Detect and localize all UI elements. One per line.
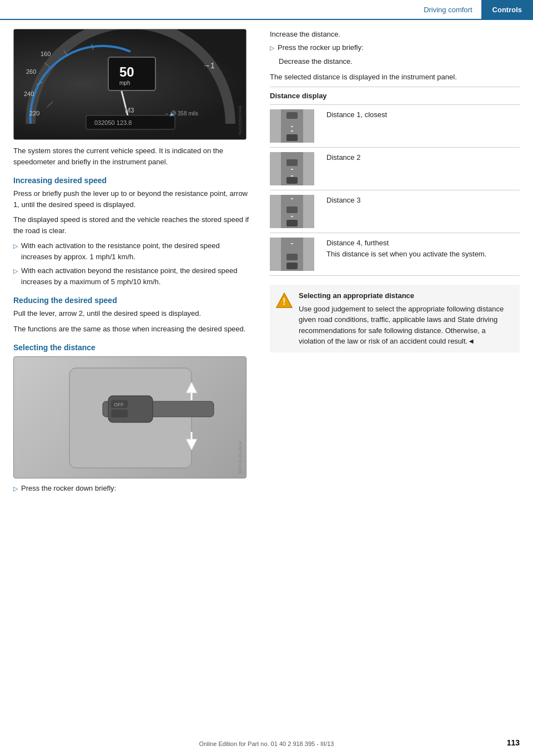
- svg-text:260: 260: [26, 68, 36, 75]
- header-driving-comfort: Driving comfort: [415, 0, 481, 19]
- footer: Online Edition for Part no. 01 40 2 918 …: [0, 740, 533, 747]
- svg-rect-59: [286, 254, 298, 260]
- distance-label-3: Distance 3: [326, 195, 360, 206]
- warning-title: Selecting an appropriate distance: [299, 290, 514, 301]
- bullet-icon-2: ▷: [13, 266, 18, 287]
- section-reducing-para1: Pull the lever, arrow 2, until the desir…: [13, 308, 252, 319]
- distance-label-text-2: Distance 2: [326, 152, 360, 163]
- bullet-icon-rocker-down: ▷: [13, 484, 18, 494]
- section-selecting-heading: Selecting the distance: [13, 343, 252, 352]
- svg-text:240: 240: [24, 90, 34, 97]
- svg-rect-37: [286, 134, 298, 141]
- bullet-icon-1: ▷: [13, 241, 18, 262]
- svg-text:!: !: [283, 297, 285, 306]
- footer-text: Online Edition for Part no. 01 40 2 918 …: [199, 740, 334, 747]
- svg-text:mph: mph: [119, 80, 130, 86]
- svg-line-0: [47, 102, 53, 107]
- svg-rect-53: [286, 220, 298, 226]
- bullet-text-rocker-down: Press the rocker down briefly:: [21, 483, 116, 494]
- bullet-item-rocker-down: ▷ Press the rocker down briefly:: [13, 483, 252, 494]
- gauge-svg: 220 240 260 160 M3 032050 123.8 50 mph →…: [14, 29, 247, 140]
- lever-image-container: OFF MV-C-H-101-AV-M: [13, 356, 252, 478]
- svg-rect-44: [286, 159, 298, 166]
- distance-label-text-1: Distance 1, closest: [326, 109, 387, 120]
- distance-row-4: Distance 4, furthestThis distance is set…: [270, 233, 520, 276]
- bullet-item-rocker-up: ▷ Press the rocker up briefly:: [270, 42, 520, 53]
- section-reducing-heading: Reducing the desired speed: [13, 296, 252, 305]
- svg-text:220: 220: [29, 110, 39, 117]
- right-column: Increase the distance. ▷ Press the rocke…: [261, 29, 533, 497]
- svg-text:032050   123.8: 032050 123.8: [94, 119, 132, 126]
- warning-triangle-icon: !: [275, 291, 293, 309]
- distance-label-1: Distance 1, closest: [326, 109, 387, 120]
- distance-row-3: Distance 3: [270, 190, 520, 233]
- distance-label-text-3: Distance 3: [326, 195, 360, 206]
- distance-rows: Distance 1, closestDistance 2Distance 3D…: [270, 104, 520, 276]
- lever-image: OFF MV-C-H-101-AV-M: [13, 356, 247, 478]
- header-controls: Controls: [481, 0, 533, 19]
- distance-display-title: Distance display: [270, 92, 520, 100]
- distance-row-2: Distance 2: [270, 147, 520, 190]
- svg-rect-23: [111, 410, 128, 417]
- svg-text:160: 160: [41, 51, 51, 57]
- page-number: 113: [507, 738, 520, 747]
- svg-rect-60: [286, 263, 298, 269]
- controls-label: Controls: [492, 6, 522, 14]
- bullet-text-1: With each activation to the resistance p…: [21, 240, 252, 262]
- warning-box: ! Selecting an appropriate distance Use …: [270, 285, 520, 352]
- section-increasing-para1: Press or briefly push the lever up to or…: [13, 188, 252, 210]
- bullet-icon-rocker-up: ▷: [270, 43, 274, 53]
- svg-rect-45: [286, 177, 298, 184]
- section-reducing-para2: The functions are the same as those when…: [13, 324, 252, 335]
- warning-body: Use good judgement to select the appropr…: [299, 305, 504, 346]
- svg-text:50: 50: [119, 64, 134, 79]
- svg-text:MV-C-H-101-AV-M: MV-C-H-101-AV-M: [238, 441, 242, 473]
- svg-text:M3: M3: [125, 107, 134, 114]
- warning-text: Selecting an appropriate distance Use go…: [299, 290, 514, 347]
- divider-before-distance: [270, 87, 520, 87]
- driving-comfort-label: Driving comfort: [424, 6, 472, 14]
- intro-text-increase: Increase the distance.: [270, 29, 520, 40]
- svg-text:OFF: OFF: [114, 402, 124, 407]
- svg-rect-21: [108, 396, 153, 422]
- selected-distance-text: The selected distance is displayed in th…: [270, 72, 520, 83]
- intro-text-decrease: Decrease the distance.: [279, 56, 520, 67]
- distance-label-text-4: Distance 4, furthest: [326, 238, 486, 249]
- distance-img-3: [270, 195, 320, 228]
- svg-text:→1: →1: [203, 61, 215, 70]
- section-increasing-heading: Increasing desired speed: [13, 176, 252, 185]
- bullet-text-2: With each activation beyond the resistan…: [21, 265, 252, 287]
- distance-img-1: [270, 109, 320, 143]
- bullet-item-2: ▷ With each activation beyond the resist…: [13, 265, 252, 287]
- distance-label-4: Distance 4, furthestThis distance is set…: [326, 238, 486, 259]
- distance-row-1: Distance 1, closest: [270, 104, 520, 147]
- main-content: 220 240 260 160 M3 032050 123.8 50 mph →…: [0, 20, 533, 497]
- section-increasing-para2: The displayed speed is stored and the ve…: [13, 214, 252, 236]
- speedometer-image: 220 240 260 160 M3 032050 123.8 50 mph →…: [13, 29, 247, 140]
- distance-img-2: [270, 152, 320, 185]
- bullet-item-1: ▷ With each activation to the resistance…: [13, 240, 252, 262]
- svg-rect-36: [286, 112, 298, 119]
- page-header: Driving comfort Controls: [0, 0, 533, 20]
- bullet-text-rocker-up: Press the rocker up briefly:: [278, 42, 364, 53]
- distance-label-2: Distance 2: [326, 152, 360, 163]
- left-column: 220 240 260 160 M3 032050 123.8 50 mph →…: [0, 29, 261, 497]
- distance-extra-text-4: This distance is set when you activate t…: [326, 249, 486, 260]
- speedometer-caption: The system stores the current vehicle sp…: [13, 145, 252, 167]
- svg-text:NV0695HCMA: NV0695HCMA: [238, 105, 243, 135]
- distance-img-4: [270, 238, 320, 271]
- svg-text:→🔊 358 mils: →🔊 358 mils: [164, 110, 198, 117]
- svg-rect-52: [286, 206, 298, 213]
